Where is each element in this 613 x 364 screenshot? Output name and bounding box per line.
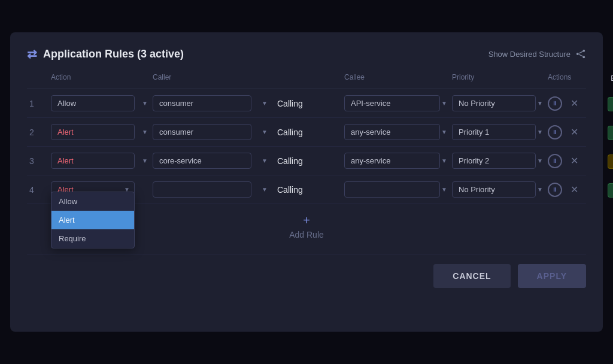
application-rules-modal: ⇄ Application Rules (3 active) Show Desi… <box>10 32 603 332</box>
caller-arrow-2: ▼ <box>262 129 268 135</box>
delete-button-3[interactable]: ✕ <box>568 154 581 168</box>
table-row: 1 Allow Alert Require ▼ consumer core-se… <box>27 89 586 118</box>
priority-select-4[interactable]: No Priority Priority 1 Priority 2 <box>452 181 536 198</box>
callee-select-2[interactable]: API-service any-service <box>344 124 440 140</box>
table-row: 2 Allow Alert Require ▼ consumer core-se… <box>27 118 586 147</box>
modal-footer: CANCEL APPLY <box>27 254 586 298</box>
callee-arrow-3: ▼ <box>441 157 447 164</box>
svg-line-3 <box>579 51 583 53</box>
show-structure-button[interactable]: Show Desired Structure <box>488 48 586 59</box>
svg-point-2 <box>582 56 585 58</box>
action-select-1[interactable]: Allow Alert Require <box>51 95 135 111</box>
todo-badge-text-1: no TODO's <box>608 97 613 111</box>
action-select-2[interactable]: Allow Alert Require <box>51 124 135 140</box>
col-header-caller: Caller <box>153 73 272 84</box>
delete-button-4[interactable]: ✕ <box>568 183 581 196</box>
priority-arrow-2: ▼ <box>537 129 543 135</box>
svg-point-1 <box>582 50 585 52</box>
col-header-actions: Actions <box>548 73 608 84</box>
svg-line-4 <box>579 54 583 56</box>
todo-badge-2[interactable]: no TODO's <box>608 127 613 138</box>
svg-point-0 <box>576 53 579 55</box>
callee-cell-4: API-service any-service ▼ <box>344 181 452 198</box>
priority-arrow-3: ▼ <box>537 157 543 164</box>
action-cell-1: Allow Alert Require ▼ <box>51 95 153 111</box>
row-number-1: 1 <box>27 99 51 108</box>
priority-select-1[interactable]: No Priority Priority 1 Priority 2 <box>452 95 536 111</box>
pause-button-4[interactable]: ⏸ <box>548 183 562 197</box>
show-structure-label: Show Desired Structure <box>488 50 570 59</box>
callee-select-4[interactable]: API-service any-service <box>344 181 440 198</box>
pause-button-2[interactable]: ⏸ <box>548 125 562 139</box>
action-cell-4: Allow Alert Require ▼ Allow Alert Requir… <box>51 181 153 198</box>
caller-cell-4: consumer core-service ▼ <box>153 181 272 198</box>
action-select-3[interactable]: Allow Alert Require <box>51 153 135 169</box>
todo-badge-3[interactable]: 5 TODO's <box>608 156 613 166</box>
callee-select-1[interactable]: API-service any-service <box>344 95 440 111</box>
callee-cell-1: API-service any-service ▼ <box>344 95 452 111</box>
callee-cell-2: API-service any-service ▼ <box>344 124 452 140</box>
execute-dry-run-label: Execute Dry Run <box>611 74 613 83</box>
modal-title-group: ⇄ Application Rules (3 active) <box>27 47 184 61</box>
caller-arrow-3: ▼ <box>262 157 268 164</box>
modal-overlay: ⇄ Application Rules (3 active) Show Desi… <box>0 0 613 364</box>
calling-text-2: Calling <box>272 128 344 137</box>
row-number-3: 3 <box>27 156 51 166</box>
callee-select-3[interactable]: API-service any-service <box>344 153 440 169</box>
actions-cell-2: ⏸ ✕ <box>548 125 608 139</box>
caller-select-2[interactable]: consumer core-service <box>153 124 251 140</box>
action-cell-3: Allow Alert Require ▼ <box>51 153 153 169</box>
action-arrow-2: ▼ <box>142 129 148 135</box>
delete-button-1[interactable]: ✕ <box>568 96 581 110</box>
caller-select-1[interactable]: consumer core-service <box>153 95 251 111</box>
priority-select-3[interactable]: No Priority Priority 1 Priority 2 <box>452 153 536 169</box>
action-arrow-1: ▼ <box>142 100 148 107</box>
col-header-action: Action <box>51 73 153 84</box>
action-cell-2: Allow Alert Require ▼ <box>51 124 153 140</box>
structure-icon <box>575 48 586 59</box>
priority-cell-1: No Priority Priority 1 Priority 2 ▼ <box>452 95 548 111</box>
col-header-callee: Callee <box>344 73 452 84</box>
caller-cell-3: consumer core-service ▼ <box>153 153 272 169</box>
caller-arrow-1: ▼ <box>262 100 268 107</box>
table-row: 4 Allow Alert Require ▼ Allow Alert Requ… <box>27 175 586 204</box>
dropdown-option-require[interactable]: Require <box>51 229 134 248</box>
priority-arrow-4: ▼ <box>537 186 543 193</box>
dropdown-option-alert[interactable]: Alert <box>51 211 134 229</box>
cancel-button[interactable]: CANCEL <box>433 264 510 288</box>
caller-cell-2: consumer core-service ▼ <box>153 124 272 140</box>
callee-arrow-2: ▼ <box>441 129 447 135</box>
add-rule-icon: + <box>303 214 310 228</box>
todo-badge-text-3: 5 TODO's <box>608 154 613 169</box>
row-number-2: 2 <box>27 128 51 137</box>
actions-cell-1: ⏸ ✕ <box>548 96 608 111</box>
priority-cell-4: No Priority Priority 1 Priority 2 ▼ <box>452 181 548 198</box>
table-row: 3 Allow Alert Require ▼ consumer core-se… <box>27 147 586 175</box>
execute-dry-run-button[interactable]: Execute Dry Run <box>611 73 613 84</box>
col-header-priority: Priority <box>452 73 548 84</box>
dropdown-option-allow[interactable]: Allow <box>51 192 134 211</box>
priority-cell-3: No Priority Priority 1 Priority 2 ▼ <box>452 153 548 169</box>
caller-arrow-4: ▼ <box>262 186 268 193</box>
pause-button-1[interactable]: ⏸ <box>548 96 562 111</box>
todo-badge-4[interactable]: no TODO's <box>608 184 613 195</box>
todo-badge-1[interactable]: no TODO's <box>608 98 613 109</box>
table-header: Action Caller Callee Priority Actions Ex… <box>27 73 586 89</box>
action-dropdown-menu-4: Allow Alert Require <box>51 192 135 248</box>
todo-badge-text-2: no TODO's <box>608 126 613 140</box>
calling-text-1: Calling <box>272 99 344 108</box>
pause-button-3[interactable]: ⏸ <box>548 154 562 168</box>
modal-title-text: Application Rules (3 active) <box>43 48 184 60</box>
calling-text-4: Calling <box>272 185 344 195</box>
caller-select-4[interactable]: consumer core-service <box>153 181 251 198</box>
apply-button[interactable]: APPLY <box>518 264 586 288</box>
actions-cell-4: ⏸ ✕ <box>548 183 608 197</box>
priority-arrow-1: ▼ <box>537 100 543 107</box>
action-arrow-3: ▼ <box>142 157 148 164</box>
calling-text-3: Calling <box>272 156 344 166</box>
priority-select-2[interactable]: No Priority Priority 1 Priority 2 <box>452 124 536 140</box>
callee-cell-3: API-service any-service ▼ <box>344 153 452 169</box>
caller-select-3[interactable]: consumer core-service <box>153 153 251 169</box>
add-rule-label: Add Rule <box>289 230 324 239</box>
delete-button-2[interactable]: ✕ <box>568 125 581 139</box>
